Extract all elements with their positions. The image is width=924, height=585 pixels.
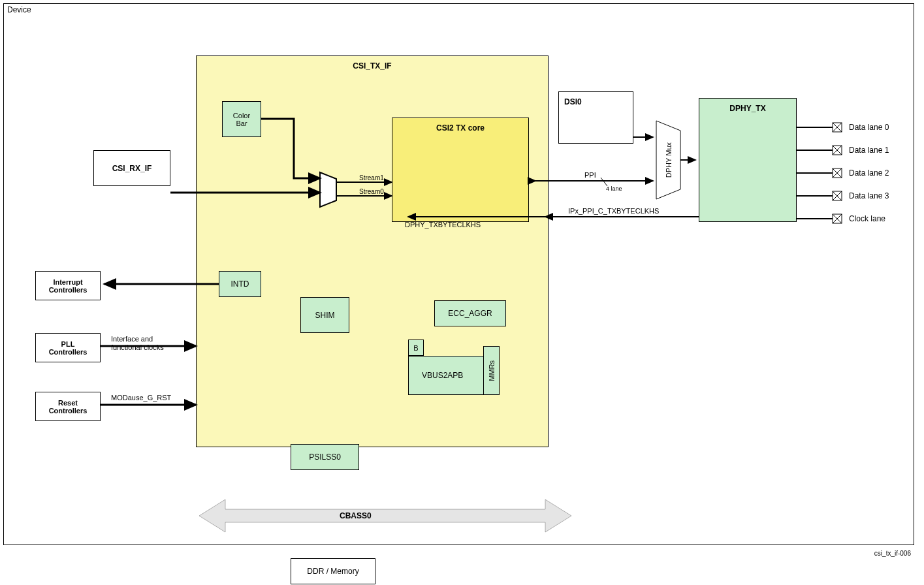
mmrs-label: MMRs — [488, 360, 496, 381]
cbass0-label: CBASS0 — [340, 511, 372, 520]
pll-controllers-block: PLL Controllers — [35, 333, 101, 362]
color-bar-label: Color Bar — [233, 112, 250, 127]
interrupt-ctrl-label: Interrupt Controllers — [49, 278, 88, 294]
intd-block: INTD — [219, 271, 261, 297]
psilss0-block: PSILSS0 — [291, 444, 359, 470]
ecc-aggr-label: ECC_AGGR — [448, 309, 492, 318]
dphy-tx-label: DPHY_TX — [729, 104, 765, 113]
shim-label: SHIM — [315, 311, 335, 320]
reset-ctrl-label: Reset Controllers — [49, 399, 88, 415]
pll-ctrl-label: PLL Controllers — [49, 340, 88, 356]
lane-data3-label: Data lane 3 — [849, 191, 889, 200]
color-bar-block: Color Bar — [222, 101, 261, 137]
b-block: B — [408, 340, 424, 356]
mmrs-block: MMRs — [483, 346, 500, 395]
footer-id: csi_tx_if-006 — [874, 550, 911, 557]
csi2-tx-core-label: CSI2 TX core — [436, 123, 485, 133]
vbus2apb-label: VBUS2APB — [422, 371, 463, 380]
lane-data1-label: Data lane 1 — [849, 146, 889, 155]
b-label: B — [413, 344, 418, 352]
reset-controllers-block: Reset Controllers — [35, 392, 101, 421]
csi-tx-if-title: CSI_TX_IF — [353, 61, 391, 71]
dsi0-label: DSI0 — [564, 97, 582, 106]
lane-data0-label: Data lane 0 — [849, 123, 889, 132]
shim-block: SHIM — [300, 297, 349, 333]
dsi0-block: DSI0 — [558, 91, 633, 144]
csi-rx-if-block: CSI_RX_IF — [93, 150, 170, 186]
ecc-aggr-block: ECC_AGGR — [434, 300, 506, 326]
ddr-memory-block: DDR / Memory — [291, 558, 375, 584]
lane-data2-label: Data lane 2 — [849, 168, 889, 178]
psilss0-label: PSILSS0 — [309, 452, 341, 462]
dphy-mux-label: DPHY Mux — [665, 142, 673, 178]
dphy-tx-block: DPHY_TX — [699, 98, 797, 222]
lane-clock-label: Clock lane — [849, 214, 885, 223]
intd-label: INTD — [231, 279, 249, 289]
device-title: Device — [7, 5, 31, 14]
csi2-tx-core-block: CSI2 TX core — [392, 118, 529, 222]
ddr-memory-label: DDR / Memory — [307, 567, 358, 576]
interrupt-controllers-block: Interrupt Controllers — [35, 271, 101, 300]
csi-rx-if-label: CSI_RX_IF — [112, 164, 152, 173]
